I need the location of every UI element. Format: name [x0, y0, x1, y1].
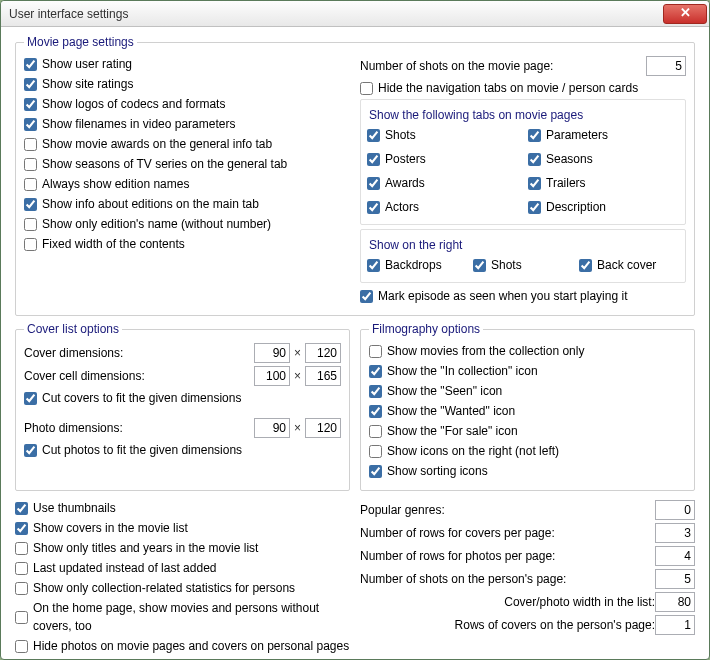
cover-width-input[interactable]	[655, 592, 695, 612]
shots-person-row: Number of shots on the person's page:	[360, 569, 695, 589]
movie-page-group: Movie page settings Show user rating Sho…	[15, 35, 695, 316]
chk-homepage-nocovers[interactable]: On the home page, show movies and person…	[15, 599, 350, 635]
photo-dims-row: Photo dimensions: ×	[24, 418, 341, 438]
chk-cut-photos[interactable]: Cut photos to fit the given dimensions	[24, 441, 341, 459]
chk-titles-years[interactable]: Show only titles and years in the movie …	[15, 539, 350, 557]
cover-w-input[interactable]	[254, 343, 290, 363]
tabs-legend: Show the following tabs on movie pages	[369, 108, 679, 122]
chk-filenames-box[interactable]	[24, 118, 37, 131]
bottom-left: Use thumbnails Show covers in the movie …	[15, 497, 350, 657]
chk-tab-actors[interactable]: Actors	[367, 198, 518, 216]
chk-sorting-icons[interactable]: Show sorting icons	[369, 462, 686, 480]
chk-movie-awards[interactable]: Show movie awards on the general info ta…	[24, 135, 350, 153]
times-icon: ×	[294, 346, 301, 360]
chk-tab-parameters[interactable]: Parameters	[528, 126, 679, 144]
chk-seasons-general[interactable]: Show seasons of TV series on the general…	[24, 155, 350, 173]
chk-filenames[interactable]: Show filenames in video parameters	[24, 115, 350, 133]
chk-last-updated[interactable]: Last updated instead of last added	[15, 559, 350, 577]
chk-tab-seasons[interactable]: Seasons	[528, 150, 679, 168]
chk-user-rating-box[interactable]	[24, 58, 37, 71]
chk-user-rating[interactable]: Show user rating	[24, 55, 350, 73]
chk-always-edition-box[interactable]	[24, 178, 37, 191]
chk-tab-description[interactable]: Description	[528, 198, 679, 216]
tabs-group: Show the following tabs on movie pages S…	[360, 99, 686, 225]
titlebar: User interface settings ✕	[1, 1, 709, 27]
chk-collection-only[interactable]: Show movies from the collection only	[369, 342, 686, 360]
popular-genres-row: Popular genres:	[360, 500, 695, 520]
chk-use-thumbnails[interactable]: Use thumbnails	[15, 499, 350, 517]
chk-edition-name-only[interactable]: Show only edition's name (without number…	[24, 215, 350, 233]
num-shots-row: Number of shots on the movie page:	[360, 56, 686, 76]
movie-page-right: Number of shots on the movie page: Hide …	[360, 53, 686, 307]
chk-right-backdrops[interactable]: Backdrops	[367, 256, 467, 274]
chk-site-ratings-box[interactable]	[24, 78, 37, 91]
chk-hide-nav[interactable]: Hide the navigation tabs on movie / pers…	[360, 79, 686, 97]
popular-genres-input[interactable]	[655, 500, 695, 520]
close-button[interactable]: ✕	[663, 4, 707, 24]
chk-collection-stats[interactable]: Show only collection-related statistics …	[15, 579, 350, 597]
num-shots-input[interactable]	[646, 56, 686, 76]
chk-editions-main[interactable]: Show info about editions on the main tab	[24, 195, 350, 213]
chk-site-ratings[interactable]: Show site ratings	[24, 75, 350, 93]
chk-seen-icon[interactable]: Show the "Seen" icon	[369, 382, 686, 400]
chk-tab-awards[interactable]: Awards	[367, 174, 518, 192]
chk-movie-awards-box[interactable]	[24, 138, 37, 151]
rows-person-row: Rows of covers on the person's page:	[360, 615, 695, 635]
cover-list-group: Cover list options Cover dimensions: × C…	[15, 322, 350, 491]
chk-icons-right[interactable]: Show icons on the right (not left)	[369, 442, 686, 460]
photo-w-input[interactable]	[254, 418, 290, 438]
chk-wanted-icon[interactable]: Show the "Wanted" icon	[369, 402, 686, 420]
chk-always-edition[interactable]: Always show edition names	[24, 175, 350, 193]
window-title: User interface settings	[9, 7, 663, 21]
cell-w-input[interactable]	[254, 366, 290, 386]
cell-dims-row: Cover cell dimensions: ×	[24, 366, 341, 386]
photo-h-input[interactable]	[305, 418, 341, 438]
movie-page-left: Show user rating Show site ratings Show …	[24, 53, 350, 307]
chk-right-shots[interactable]: Shots	[473, 256, 573, 274]
chk-hide-photos[interactable]: Hide photos on movie pages and covers on…	[15, 637, 350, 655]
chk-logos-box[interactable]	[24, 98, 37, 111]
rows-photos-input[interactable]	[655, 546, 695, 566]
rows-covers-input[interactable]	[655, 523, 695, 543]
cover-list-legend: Cover list options	[24, 322, 122, 336]
rows-photos-row: Number of rows for photos per page:	[360, 546, 695, 566]
shots-person-input[interactable]	[655, 569, 695, 589]
filmography-legend: Filmography options	[369, 322, 483, 336]
chk-show-covers[interactable]: Show covers in the movie list	[15, 519, 350, 537]
chk-edition-name-only-box[interactable]	[24, 218, 37, 231]
chk-seasons-general-box[interactable]	[24, 158, 37, 171]
chk-editions-main-box[interactable]	[24, 198, 37, 211]
show-right-group: Show on the right Backdrops Shots Back c…	[360, 229, 686, 283]
cell-h-input[interactable]	[305, 366, 341, 386]
chk-right-backcover[interactable]: Back cover	[579, 256, 679, 274]
chk-mark-episode[interactable]: Mark episode as seen when you start play…	[360, 287, 686, 305]
bottom-right: Popular genres: Number of rows for cover…	[360, 497, 695, 657]
chk-forsale-icon[interactable]: Show the "For sale" icon	[369, 422, 686, 440]
times-icon: ×	[294, 421, 301, 435]
chk-tab-posters[interactable]: Posters	[367, 150, 518, 168]
movie-page-legend: Movie page settings	[24, 35, 137, 49]
num-shots-label: Number of shots on the movie page:	[360, 59, 646, 73]
content: Movie page settings Show user rating Sho…	[1, 27, 709, 660]
show-right-legend: Show on the right	[369, 238, 679, 252]
chk-cut-covers[interactable]: Cut covers to fit the given dimensions	[24, 389, 341, 407]
rows-covers-row: Number of rows for covers per page:	[360, 523, 695, 543]
chk-logos[interactable]: Show logos of codecs and formats	[24, 95, 350, 113]
chk-fixed-width-box[interactable]	[24, 238, 37, 251]
chk-tab-trailers[interactable]: Trailers	[528, 174, 679, 192]
close-icon: ✕	[680, 5, 691, 20]
rows-person-input[interactable]	[655, 615, 695, 635]
cover-h-input[interactable]	[305, 343, 341, 363]
cover-width-row: Cover/photo width in the list:	[360, 592, 695, 612]
times-icon: ×	[294, 369, 301, 383]
chk-hide-nav-box[interactable]	[360, 82, 373, 95]
chk-fixed-width[interactable]: Fixed width of the contents	[24, 235, 350, 253]
chk-incollection-icon[interactable]: Show the "In collection" icon	[369, 362, 686, 380]
cover-dims-row: Cover dimensions: ×	[24, 343, 341, 363]
filmography-group: Filmography options Show movies from the…	[360, 322, 695, 491]
settings-window: User interface settings ✕ Movie page set…	[0, 0, 710, 660]
chk-tab-shots[interactable]: Shots	[367, 126, 518, 144]
